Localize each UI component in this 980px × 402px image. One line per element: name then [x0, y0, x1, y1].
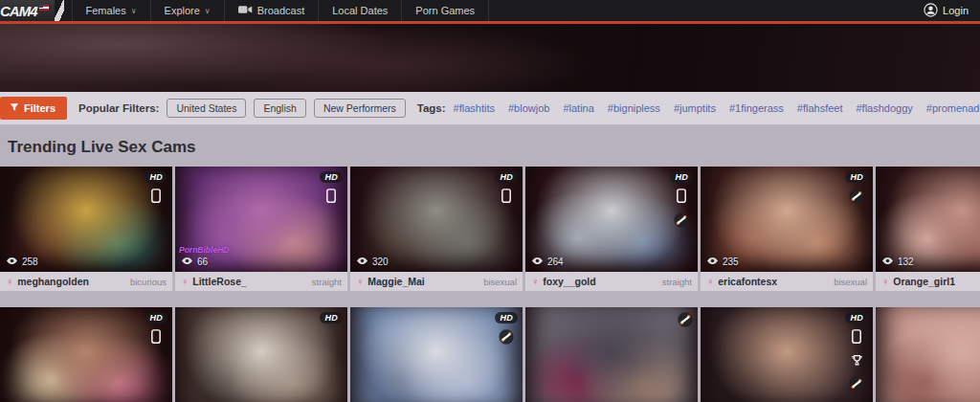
cam-thumbnail[interactable]: HD258	[0, 167, 172, 272]
cam-thumbnail[interactable]: HDPornBibleHD66	[175, 167, 347, 272]
cam-info-bar: ♀Maggie_Maibisexual	[350, 272, 523, 291]
cam-thumbnail[interactable]: HD132	[876, 167, 980, 272]
cam-thumbnail[interactable]: HD235	[701, 167, 873, 272]
tag-link[interactable]: #promenade	[926, 102, 980, 114]
cam-card[interactable]: HDPornBibleHD66♀LittleRose_straight	[175, 167, 347, 291]
nav-item-local-dates[interactable]: Local Dates	[318, 0, 401, 21]
tag-link[interactable]: #blowjob	[508, 102, 549, 114]
cam-username[interactable]: meghangolden	[17, 276, 89, 287]
cam-grid: HD258♀meghangoldenbicuriousHDPornBibleHD…	[0, 167, 980, 402]
badge-column: HD	[495, 171, 518, 207]
cam-thumbnail[interactable]: HD320	[350, 167, 523, 272]
filters-button[interactable]: Filters	[0, 97, 67, 120]
cam-thumbnail[interactable]: HD264	[525, 167, 698, 272]
eye-icon	[181, 257, 193, 267]
tag-link[interactable]: #flashdoggy	[856, 102, 912, 114]
cam-card[interactable]: HD258♀meghangoldenbicurious	[0, 167, 172, 291]
cam-card[interactable]: HD320♀Maggie_Maibisexual	[350, 167, 523, 291]
cam-thumbnail[interactable]: HD	[175, 307, 347, 402]
badge-column: HD	[320, 171, 343, 207]
nav-item-broadcast[interactable]: Broadcast	[224, 0, 319, 21]
badge-column	[678, 312, 693, 331]
toy-icon	[849, 376, 864, 395]
user-avatar-icon	[924, 3, 938, 19]
cam-username[interactable]: LittleRose_	[192, 276, 247, 287]
cam-card[interactable]: HD235♀ericafontesxbisexual	[701, 167, 873, 291]
tag-link[interactable]: #bignipless	[608, 102, 660, 114]
popular-filters-label: Popular Filters:	[78, 102, 159, 114]
cam-card[interactable]	[876, 307, 980, 402]
viewer-count-value: 235	[723, 257, 739, 267]
cam-card[interactable]: HD132♀Orange_girl1	[876, 167, 980, 291]
viewer-count: 235	[706, 257, 739, 267]
toy-icon	[849, 189, 864, 208]
chevron-down-icon: ∨	[205, 7, 211, 15]
mobile-icon	[677, 189, 686, 207]
hd-badge: HD	[670, 171, 693, 183]
viewer-count-value: 264	[547, 257, 564, 267]
tag-link[interactable]: #1fingerass	[729, 102, 784, 114]
mobile-icon	[326, 189, 336, 207]
cam-card[interactable]: HD	[701, 307, 873, 402]
filter-button-new-performers[interactable]: New Performers	[314, 99, 406, 118]
hero-banner-image	[0, 24, 980, 92]
mobile-icon	[151, 329, 161, 347]
orientation-label: bicurious	[130, 277, 167, 287]
nav-item-explore[interactable]: Explore∨	[150, 0, 224, 21]
tag-link[interactable]: #latina	[563, 102, 593, 114]
cam-card[interactable]: HD	[350, 307, 523, 402]
filter-button-english[interactable]: English	[254, 99, 305, 118]
cam-username[interactable]: Maggie_Mai	[368, 276, 425, 287]
cam-thumbnail[interactable]: HD	[701, 307, 873, 402]
viewer-count: 66	[181, 257, 208, 267]
cam-info-bar: ♀meghangoldenbicurious	[0, 272, 172, 291]
nav-item-label: Porn Games	[415, 5, 475, 16]
cam-username[interactable]: ericafontesx	[718, 276, 777, 287]
popular-filter-buttons: United StatesEnglishNew Performers	[167, 99, 405, 118]
cam-username[interactable]: Orange_girl1	[893, 276, 955, 287]
cam-thumbnail[interactable]: HD	[350, 307, 523, 402]
login-label: Login	[943, 5, 969, 16]
cam-username[interactable]: foxy__gold	[543, 276, 595, 287]
eye-icon	[6, 257, 18, 267]
filter-button-united-states[interactable]: United States	[167, 99, 246, 118]
chevron-down-icon: ∨	[131, 7, 137, 15]
badge-column: HD	[845, 312, 868, 395]
page-title: Trending Live Sex Cams	[8, 138, 980, 157]
cam-thumbnail[interactable]: HD	[0, 307, 172, 402]
female-gender-icon: ♀	[531, 277, 539, 287]
badge-column: HD	[145, 312, 167, 347]
viewer-count: 132	[881, 257, 914, 267]
nav-item-label: Broadcast	[257, 5, 305, 16]
mobile-icon	[852, 329, 861, 347]
toy-icon	[499, 329, 514, 348]
site-logo[interactable]: CAM4	[0, 0, 55, 21]
top-navbar: CAM4 Females∨Explore∨BroadcastLocal Date…	[0, 0, 980, 21]
nav-item-females[interactable]: Females∨	[72, 0, 150, 21]
cam-info-bar: ♀LittleRose_straight	[175, 272, 347, 291]
cam-card[interactable]: HD	[0, 307, 172, 402]
tag-link[interactable]: #flahsfeet	[797, 102, 843, 114]
nav-menu: Females∨Explore∨BroadcastLocal DatesPorn…	[72, 0, 913, 21]
cam-card[interactable]: HD	[175, 307, 347, 402]
login-button[interactable]: Login	[912, 0, 980, 21]
filter-bar: Filters Popular Filters: United StatesEn…	[0, 92, 980, 124]
badge-column: HD	[495, 312, 518, 348]
cam-card[interactable]	[525, 307, 698, 402]
nav-item-porn-games[interactable]: Porn Games	[401, 0, 489, 21]
trophy-icon	[851, 353, 863, 370]
tag-link[interactable]: #jumptits	[674, 102, 716, 114]
eye-icon	[706, 257, 719, 267]
cam-thumbnail[interactable]	[876, 307, 980, 402]
cam-card[interactable]: HD264♀foxy__goldstraight	[525, 167, 698, 291]
female-gender-icon: ♀	[181, 277, 189, 287]
cam-thumbnail[interactable]	[525, 307, 698, 402]
orientation-label: bisexual	[483, 277, 517, 287]
viewer-count-value: 132	[898, 257, 914, 267]
camera-icon	[238, 5, 253, 16]
tag-link[interactable]: #flashtits	[454, 102, 495, 114]
hd-badge: HD	[495, 312, 518, 324]
hd-badge: HD	[320, 312, 343, 324]
eye-icon	[531, 257, 544, 267]
toy-icon	[674, 212, 689, 232]
